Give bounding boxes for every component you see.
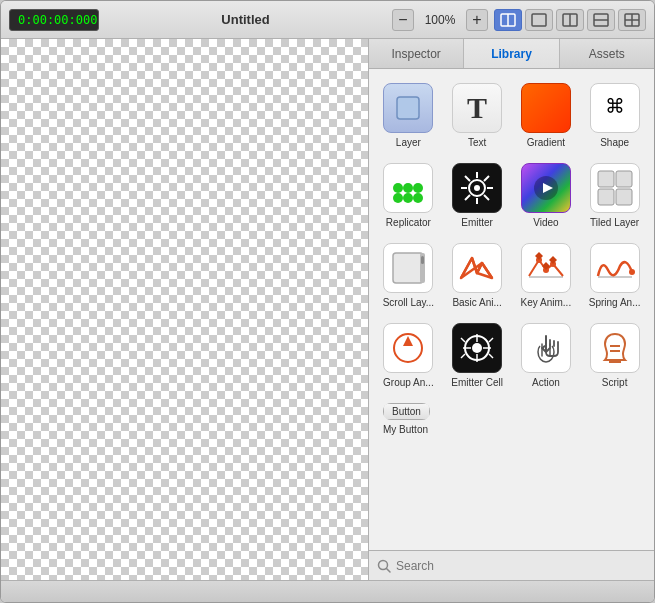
library-item-replicator[interactable]: Replicator (375, 157, 442, 235)
svg-marker-45 (549, 256, 557, 264)
library-item-emitter-cell[interactable]: Emitter Cell (444, 317, 511, 395)
spring-animation-label: Spring An... (589, 297, 641, 309)
library-item-key-animation[interactable]: Key Anim... (513, 237, 580, 315)
view-btn-1[interactable] (494, 9, 522, 31)
svg-point-16 (403, 193, 413, 203)
tiled-layer-icon (590, 163, 640, 213)
view-btn-3[interactable] (556, 9, 584, 31)
key-animation-icon (521, 243, 571, 293)
gradient-label: Gradient (527, 137, 565, 149)
button-label: My Button (383, 424, 428, 436)
basic-animation-icon (452, 243, 502, 293)
video-label: Video (533, 217, 558, 229)
svg-rect-36 (421, 256, 424, 264)
timecode-display[interactable]: 0:00:00:000 (9, 9, 99, 31)
gradient-icon (521, 83, 571, 133)
svg-rect-32 (598, 189, 614, 205)
group-animation-label: Group An... (383, 377, 434, 389)
tab-library[interactable]: Library (464, 39, 559, 68)
view-buttons (494, 9, 646, 31)
svg-line-24 (484, 195, 489, 200)
group-animation-icon (383, 323, 433, 373)
emitter-label: Emitter (461, 217, 493, 229)
zoom-out-button[interactable]: − (392, 9, 414, 31)
tab-assets[interactable]: Assets (560, 39, 654, 68)
main-area: Inspector Library Assets (1, 39, 654, 580)
shape-label: Shape (600, 137, 629, 149)
search-icon (377, 559, 391, 573)
video-icon (521, 163, 571, 213)
tab-inspector[interactable]: Inspector (369, 39, 464, 68)
tiled-layer-label: Tiled Layer (590, 217, 639, 229)
replicator-label: Replicator (386, 217, 431, 229)
svg-rect-33 (616, 189, 632, 205)
emitter-icon (452, 163, 502, 213)
svg-point-47 (629, 269, 635, 275)
layer-label: Layer (396, 137, 421, 149)
zoom-level: 100% (420, 13, 460, 27)
svg-rect-31 (616, 171, 632, 187)
svg-point-13 (403, 183, 413, 193)
library-item-basic-animation[interactable]: Basic Ani... (444, 237, 511, 315)
toolbar-right: − 100% + (392, 9, 646, 31)
text-label: Text (468, 137, 486, 149)
layer-icon (383, 83, 433, 133)
svg-line-25 (484, 176, 489, 181)
scroll-layer-label: Scroll Lay... (383, 297, 435, 309)
emitter-cell-icon (452, 323, 502, 373)
svg-line-59 (387, 568, 391, 572)
svg-rect-39 (529, 276, 563, 278)
svg-text:⌘: ⌘ (606, 90, 623, 123)
view-btn-5[interactable] (618, 9, 646, 31)
window-title: Untitled (107, 12, 384, 27)
svg-marker-43 (535, 252, 543, 260)
title-bar: 0:00:00:000 Untitled − 100% + (1, 1, 654, 39)
library-item-shape[interactable]: ⌘ Shape (581, 77, 648, 155)
svg-rect-46 (598, 276, 632, 278)
library-item-group-animation[interactable]: Group An... (375, 317, 442, 395)
library-grid: Layer T Text Gradient (369, 69, 654, 550)
svg-point-27 (474, 185, 480, 191)
script-label: Script (602, 377, 628, 389)
action-icon (521, 323, 571, 373)
svg-rect-10 (397, 97, 419, 119)
svg-point-15 (393, 193, 403, 203)
button-widget: Button (383, 403, 430, 420)
search-input[interactable] (396, 559, 646, 573)
svg-point-51 (472, 343, 482, 353)
svg-rect-30 (598, 171, 614, 187)
svg-rect-34 (393, 253, 423, 283)
library-item-emitter[interactable]: Emitter (444, 157, 511, 235)
key-animation-label: Key Anim... (521, 297, 572, 309)
right-panel: Inspector Library Assets (369, 39, 654, 580)
library-item-action[interactable]: Action (513, 317, 580, 395)
view-btn-4[interactable] (587, 9, 615, 31)
library-item-gradient[interactable]: Gradient (513, 77, 580, 155)
app-window: 0:00:00:000 Untitled − 100% + (0, 0, 655, 603)
library-search-bar (369, 550, 654, 580)
scroll-layer-icon (383, 243, 433, 293)
library-item-button[interactable]: Button My Button (375, 397, 442, 442)
svg-line-23 (465, 176, 470, 181)
library-item-video[interactable]: Video (513, 157, 580, 235)
panel-tabs: Inspector Library Assets (369, 39, 654, 69)
library-item-tiled-layer[interactable]: Tiled Layer (581, 157, 648, 235)
library-item-layer[interactable]: Layer (375, 77, 442, 155)
shape-icon: ⌘ (590, 83, 640, 133)
canvas[interactable] (1, 39, 369, 580)
library-item-spring-animation[interactable]: Spring An... (581, 237, 648, 315)
library-item-script[interactable]: Script (581, 317, 648, 395)
replicator-icon (383, 163, 433, 213)
zoom-in-button[interactable]: + (466, 9, 488, 31)
action-label: Action (532, 377, 560, 389)
library-item-scroll-layer[interactable]: Scroll Lay... (375, 237, 442, 315)
library-item-text[interactable]: T Text (444, 77, 511, 155)
view-btn-2[interactable] (525, 9, 553, 31)
button-preview-icon: Button (383, 403, 430, 420)
svg-point-17 (413, 193, 423, 203)
svg-line-26 (465, 195, 470, 200)
text-icon: T (452, 83, 502, 133)
script-icon (590, 323, 640, 373)
svg-point-12 (393, 183, 403, 193)
spring-animation-icon (590, 243, 640, 293)
